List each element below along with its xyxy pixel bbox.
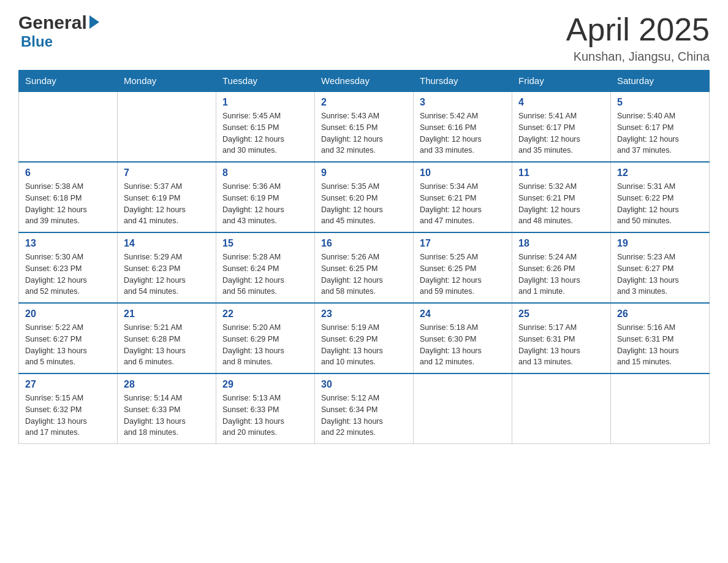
calendar-cell: 4Sunrise: 5:41 AM Sunset: 6:17 PM Daylig…	[512, 91, 611, 162]
calendar-cell: 10Sunrise: 5:34 AM Sunset: 6:21 PM Dayli…	[414, 162, 512, 232]
page-title: April 2025	[566, 12, 710, 47]
day-number: 12	[617, 167, 703, 178]
day-info: Sunrise: 5:37 AM Sunset: 6:19 PM Dayligh…	[124, 181, 210, 227]
logo-arrow-icon	[89, 15, 99, 29]
calendar-week-1: 1Sunrise: 5:45 AM Sunset: 6:15 PM Daylig…	[19, 91, 710, 162]
day-number: 20	[25, 308, 111, 320]
day-info: Sunrise: 5:17 AM Sunset: 6:31 PM Dayligh…	[518, 322, 604, 368]
calendar-cell: 18Sunrise: 5:24 AM Sunset: 6:26 PM Dayli…	[512, 232, 611, 303]
day-number: 11	[518, 167, 604, 178]
calendar-cell: 21Sunrise: 5:21 AM Sunset: 6:28 PM Dayli…	[118, 303, 216, 373]
calendar-cell: 5Sunrise: 5:40 AM Sunset: 6:17 PM Daylig…	[611, 91, 710, 162]
day-info: Sunrise: 5:19 AM Sunset: 6:29 PM Dayligh…	[321, 322, 407, 368]
day-info: Sunrise: 5:25 AM Sunset: 6:25 PM Dayligh…	[420, 251, 506, 297]
calendar-cell: 13Sunrise: 5:30 AM Sunset: 6:23 PM Dayli…	[19, 232, 118, 303]
day-info: Sunrise: 5:24 AM Sunset: 6:26 PM Dayligh…	[518, 251, 604, 297]
day-number: 27	[25, 379, 111, 390]
day-info: Sunrise: 5:38 AM Sunset: 6:18 PM Dayligh…	[25, 181, 111, 227]
calendar-cell: 1Sunrise: 5:45 AM Sunset: 6:15 PM Daylig…	[216, 91, 315, 162]
calendar-cell: 22Sunrise: 5:20 AM Sunset: 6:29 PM Dayli…	[216, 303, 315, 373]
day-info: Sunrise: 5:42 AM Sunset: 6:16 PM Dayligh…	[420, 110, 506, 156]
calendar-cell: 24Sunrise: 5:18 AM Sunset: 6:30 PM Dayli…	[414, 303, 512, 373]
calendar-header-friday: Friday	[512, 71, 611, 92]
day-info: Sunrise: 5:13 AM Sunset: 6:33 PM Dayligh…	[222, 393, 308, 439]
day-info: Sunrise: 5:41 AM Sunset: 6:17 PM Dayligh…	[518, 110, 604, 156]
calendar-cell: 17Sunrise: 5:25 AM Sunset: 6:25 PM Dayli…	[414, 232, 512, 303]
calendar-header-thursday: Thursday	[414, 71, 512, 92]
calendar-week-3: 13Sunrise: 5:30 AM Sunset: 6:23 PM Dayli…	[19, 232, 710, 303]
day-number: 24	[420, 308, 506, 320]
day-info: Sunrise: 5:43 AM Sunset: 6:15 PM Dayligh…	[321, 110, 407, 156]
calendar-week-5: 27Sunrise: 5:15 AM Sunset: 6:32 PM Dayli…	[19, 373, 710, 444]
logo: General Blue	[18, 12, 99, 50]
day-number: 8	[222, 167, 308, 178]
day-number: 10	[420, 167, 506, 178]
calendar-cell: 7Sunrise: 5:37 AM Sunset: 6:19 PM Daylig…	[118, 162, 216, 232]
day-number: 16	[321, 238, 407, 249]
title-area: April 2025 Kunshan, Jiangsu, China	[566, 12, 710, 64]
calendar-cell: 26Sunrise: 5:16 AM Sunset: 6:31 PM Dayli…	[611, 303, 710, 373]
calendar-cell: 30Sunrise: 5:12 AM Sunset: 6:34 PM Dayli…	[315, 373, 414, 444]
day-number: 18	[518, 238, 604, 249]
calendar-week-4: 20Sunrise: 5:22 AM Sunset: 6:27 PM Dayli…	[19, 303, 710, 373]
day-info: Sunrise: 5:40 AM Sunset: 6:17 PM Dayligh…	[617, 110, 703, 156]
page-header: General Blue April 2025 Kunshan, Jiangsu…	[18, 12, 710, 64]
day-number: 15	[222, 238, 308, 249]
logo-blue-text: Blue	[21, 33, 99, 50]
day-info: Sunrise: 5:28 AM Sunset: 6:24 PM Dayligh…	[222, 251, 308, 297]
calendar-header-monday: Monday	[118, 71, 216, 92]
day-number: 3	[420, 97, 506, 108]
calendar-cell: 15Sunrise: 5:28 AM Sunset: 6:24 PM Dayli…	[216, 232, 315, 303]
calendar-cell	[19, 91, 118, 162]
calendar-cell: 25Sunrise: 5:17 AM Sunset: 6:31 PM Dayli…	[512, 303, 611, 373]
day-number: 25	[518, 308, 604, 320]
logo-general-text: General	[18, 12, 87, 33]
calendar-cell: 28Sunrise: 5:14 AM Sunset: 6:33 PM Dayli…	[118, 373, 216, 444]
calendar-cell	[512, 373, 611, 444]
calendar-cell: 3Sunrise: 5:42 AM Sunset: 6:16 PM Daylig…	[414, 91, 512, 162]
day-number: 6	[25, 167, 111, 178]
calendar-cell: 2Sunrise: 5:43 AM Sunset: 6:15 PM Daylig…	[315, 91, 414, 162]
day-info: Sunrise: 5:30 AM Sunset: 6:23 PM Dayligh…	[25, 251, 111, 297]
day-number: 13	[25, 238, 111, 249]
day-info: Sunrise: 5:31 AM Sunset: 6:22 PM Dayligh…	[617, 181, 703, 227]
calendar-cell: 14Sunrise: 5:29 AM Sunset: 6:23 PM Dayli…	[118, 232, 216, 303]
calendar-cell: 12Sunrise: 5:31 AM Sunset: 6:22 PM Dayli…	[611, 162, 710, 232]
day-number: 22	[222, 308, 308, 320]
day-info: Sunrise: 5:12 AM Sunset: 6:34 PM Dayligh…	[321, 393, 407, 439]
calendar-header-saturday: Saturday	[611, 71, 710, 92]
calendar-week-2: 6Sunrise: 5:38 AM Sunset: 6:18 PM Daylig…	[19, 162, 710, 232]
calendar-header-row: SundayMondayTuesdayWednesdayThursdayFrid…	[19, 71, 710, 92]
calendar-cell: 27Sunrise: 5:15 AM Sunset: 6:32 PM Dayli…	[19, 373, 118, 444]
calendar-cell: 8Sunrise: 5:36 AM Sunset: 6:19 PM Daylig…	[216, 162, 315, 232]
day-number: 26	[617, 308, 703, 320]
calendar-cell: 19Sunrise: 5:23 AM Sunset: 6:27 PM Dayli…	[611, 232, 710, 303]
calendar-header-wednesday: Wednesday	[315, 71, 414, 92]
day-info: Sunrise: 5:23 AM Sunset: 6:27 PM Dayligh…	[617, 251, 703, 297]
day-number: 30	[321, 379, 407, 390]
calendar-header-sunday: Sunday	[19, 71, 118, 92]
day-number: 9	[321, 167, 407, 178]
day-info: Sunrise: 5:36 AM Sunset: 6:19 PM Dayligh…	[222, 181, 308, 227]
day-info: Sunrise: 5:14 AM Sunset: 6:33 PM Dayligh…	[124, 393, 210, 439]
calendar-cell: 16Sunrise: 5:26 AM Sunset: 6:25 PM Dayli…	[315, 232, 414, 303]
day-info: Sunrise: 5:15 AM Sunset: 6:32 PM Dayligh…	[25, 393, 111, 439]
calendar-cell: 9Sunrise: 5:35 AM Sunset: 6:20 PM Daylig…	[315, 162, 414, 232]
day-number: 21	[124, 308, 210, 320]
day-info: Sunrise: 5:20 AM Sunset: 6:29 PM Dayligh…	[222, 322, 308, 368]
calendar-cell: 23Sunrise: 5:19 AM Sunset: 6:29 PM Dayli…	[315, 303, 414, 373]
calendar-cell	[414, 373, 512, 444]
day-info: Sunrise: 5:45 AM Sunset: 6:15 PM Dayligh…	[222, 110, 308, 156]
calendar-cell: 6Sunrise: 5:38 AM Sunset: 6:18 PM Daylig…	[19, 162, 118, 232]
day-info: Sunrise: 5:35 AM Sunset: 6:20 PM Dayligh…	[321, 181, 407, 227]
day-info: Sunrise: 5:22 AM Sunset: 6:27 PM Dayligh…	[25, 322, 111, 368]
calendar-header-tuesday: Tuesday	[216, 71, 315, 92]
day-info: Sunrise: 5:16 AM Sunset: 6:31 PM Dayligh…	[617, 322, 703, 368]
day-info: Sunrise: 5:21 AM Sunset: 6:28 PM Dayligh…	[124, 322, 210, 368]
calendar-cell	[118, 91, 216, 162]
day-number: 23	[321, 308, 407, 320]
day-info: Sunrise: 5:32 AM Sunset: 6:21 PM Dayligh…	[518, 181, 604, 227]
day-number: 29	[222, 379, 308, 390]
day-number: 7	[124, 167, 210, 178]
day-number: 14	[124, 238, 210, 249]
